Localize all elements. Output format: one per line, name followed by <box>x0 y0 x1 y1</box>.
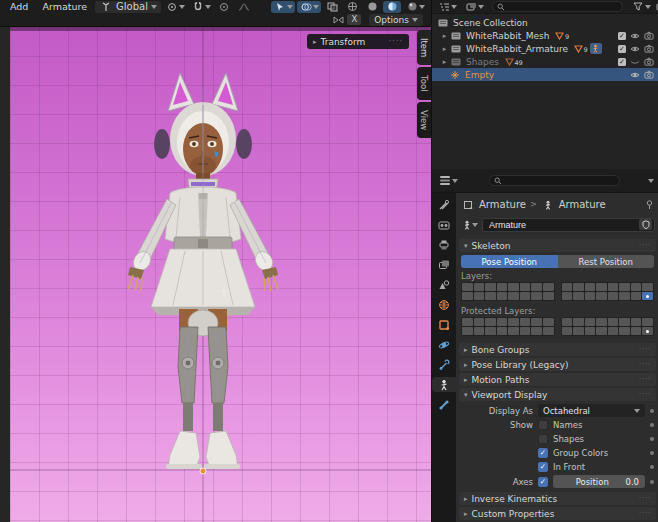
animate-dot[interactable] <box>650 423 654 427</box>
camera-icon[interactable] <box>644 70 654 79</box>
armature-layer-toggle[interactable] <box>619 318 630 326</box>
fake-user-shield-icon[interactable] <box>639 219 652 230</box>
armature-layer-toggle[interactable] <box>596 318 607 326</box>
mirror-x-toggle[interactable]: X <box>347 14 361 25</box>
chevron-down-icon[interactable] <box>648 179 654 186</box>
armature-layer-toggle[interactable] <box>573 327 584 335</box>
armature-layer-toggle[interactable] <box>531 318 542 326</box>
armature-layer-toggle[interactable] <box>543 318 554 326</box>
armature-layer-toggle[interactable] <box>508 318 519 326</box>
panel-grip-icon[interactable]: ···· <box>639 375 651 384</box>
display-as-dropdown[interactable]: Octahedral <box>538 404 645 417</box>
armature-layer-toggle[interactable] <box>642 283 653 291</box>
armature-layer-toggle[interactable] <box>585 292 596 300</box>
armature-layer-toggle[interactable] <box>585 327 596 335</box>
armature-layer-toggle[interactable] <box>485 283 496 291</box>
armature-layer-toggle[interactable] <box>642 327 653 335</box>
shading-material-button[interactable] <box>383 1 401 13</box>
pose-position-button[interactable]: Pose Position <box>461 255 558 268</box>
axes-checkbox[interactable] <box>538 477 548 487</box>
breadcrumb-object[interactable]: Armature <box>479 199 526 210</box>
armature-layer-toggle[interactable] <box>543 292 554 300</box>
outliner-row-whiterabbit-armature[interactable]: ▸ WhiteRabbit_Armature 9 ✓ <box>432 42 658 55</box>
armature-layer-toggle[interactable] <box>543 327 554 335</box>
menu-add[interactable]: Add <box>4 0 34 13</box>
rest-position-button[interactable]: Rest Position <box>558 255 655 268</box>
camera-icon[interactable] <box>644 57 654 66</box>
armature-layer-toggle[interactable] <box>573 292 584 300</box>
armature-layer-toggle[interactable] <box>520 318 531 326</box>
properties-search[interactable] <box>489 175 620 186</box>
tab-tool[interactable]: Tool <box>417 67 431 100</box>
transform-orientation-dropdown[interactable]: Global <box>95 1 161 13</box>
outliner-row-whiterabbit-mesh[interactable]: ▸ WhiteRabbit_Mesh 9 ✓ <box>432 29 658 42</box>
armature-layer-toggle[interactable] <box>631 283 642 291</box>
armature-layer-toggle[interactable] <box>508 283 519 291</box>
armature-layer-toggle[interactable] <box>520 283 531 291</box>
armature-layer-toggle[interactable] <box>485 292 496 300</box>
snap-toggle[interactable] <box>189 1 213 13</box>
armature-layer-toggle[interactable] <box>485 318 496 326</box>
object-origin-dot[interactable] <box>200 468 206 474</box>
armature-layer-toggle[interactable] <box>573 318 584 326</box>
armature-layer-toggle[interactable] <box>508 292 519 300</box>
tab-physics[interactable] <box>432 337 456 352</box>
armature-layer-toggle[interactable] <box>585 318 596 326</box>
panel-grip-icon[interactable]: ···· <box>639 241 651 250</box>
armature-layer-toggle[interactable] <box>608 292 619 300</box>
panel-grip-icon[interactable]: ···· <box>639 360 651 369</box>
armature-layer-toggle[interactable] <box>531 292 542 300</box>
shapes-checkbox[interactable] <box>538 434 548 444</box>
tab-scene[interactable] <box>432 277 456 292</box>
editor-type-dropdown[interactable] <box>436 175 460 187</box>
armature-name-field[interactable] <box>482 218 655 232</box>
armature-layer-toggle[interactable] <box>462 327 473 335</box>
armature-layer-toggle[interactable] <box>631 318 642 326</box>
eye-icon[interactable] <box>630 32 640 40</box>
tab-object-data-armature[interactable] <box>432 377 456 392</box>
panel-grip-icon[interactable]: ···· <box>639 494 651 503</box>
eye-closed-icon[interactable] <box>630 58 640 66</box>
armature-layer-toggle[interactable] <box>585 283 596 291</box>
in-front-checkbox[interactable] <box>538 462 548 472</box>
expand-arrow-icon[interactable]: ▸ <box>440 45 449 53</box>
armature-layer-toggle[interactable] <box>462 283 473 291</box>
armature-layer-toggle[interactable] <box>596 327 607 335</box>
eye-icon[interactable] <box>630 45 640 53</box>
outliner-search-input[interactable] <box>508 2 618 11</box>
shading-solid-button[interactable] <box>363 1 381 13</box>
pivot-point-dropdown[interactable] <box>163 1 187 13</box>
panel-header-skeleton[interactable]: ▾ Skeleton ···· <box>459 239 656 252</box>
exclude-checkbox[interactable]: ✓ <box>618 45 626 53</box>
exclude-checkbox[interactable]: ✓ <box>618 32 626 40</box>
armature-layer-toggle[interactable] <box>531 327 542 335</box>
tab-bone[interactable] <box>432 397 456 412</box>
armature-layer-toggle[interactable] <box>508 327 519 335</box>
axes-position-slider[interactable]: Position 0.0 <box>553 475 645 488</box>
armature-layer-toggle[interactable] <box>608 283 619 291</box>
armature-layer-toggle[interactable] <box>596 292 607 300</box>
armature-layer-toggle[interactable] <box>462 318 473 326</box>
armature-layer-toggle[interactable] <box>497 327 508 335</box>
show-gizmo-toggle[interactable] <box>271 1 295 13</box>
armature-layer-toggle[interactable] <box>497 292 508 300</box>
armature-layer-toggle[interactable] <box>619 283 630 291</box>
panel-header-viewport-display[interactable]: ▾ Viewport Display ···· <box>459 388 656 401</box>
camera-icon[interactable] <box>644 31 654 40</box>
tab-view[interactable]: View <box>417 102 431 138</box>
eye-icon[interactable] <box>630 71 640 79</box>
armature-layer-toggle[interactable] <box>474 283 485 291</box>
armature-name-input[interactable] <box>489 220 639 230</box>
panel-grip-icon[interactable]: ···· <box>639 390 651 399</box>
tab-output[interactable] <box>432 237 456 252</box>
camera-icon[interactable] <box>644 44 654 53</box>
names-checkbox[interactable] <box>538 420 548 430</box>
tab-tool[interactable] <box>432 197 456 212</box>
animate-dot[interactable] <box>650 451 654 455</box>
armature-layer-toggle[interactable] <box>619 292 630 300</box>
show-overlays-toggle[interactable] <box>297 1 321 13</box>
display-mode-dropdown[interactable] <box>462 1 486 13</box>
armature-layer-toggle[interactable] <box>562 327 573 335</box>
armature-layer-toggle[interactable] <box>631 292 642 300</box>
armature-layer-toggle[interactable] <box>497 318 508 326</box>
